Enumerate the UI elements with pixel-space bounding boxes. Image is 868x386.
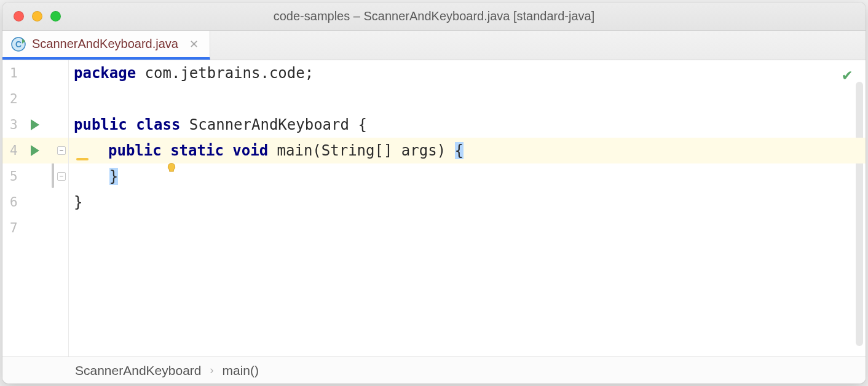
titlebar: code-samples – ScannerAndKeyboard.java [… [2,2,866,31]
scrollbar[interactable] [856,82,863,346]
intention-bulb-icon[interactable] [76,144,89,156]
code-line-5[interactable]: } [69,163,866,189]
close-tab-icon[interactable]: ✕ [189,37,199,51]
gutter-line[interactable]: 2 [2,86,68,112]
ide-window: code-samples – ScannerAndKeyboard.java [… [2,2,866,384]
fold-end-icon[interactable]: − [57,172,66,181]
intention-bulb-base [76,158,89,160]
breadcrumb-method[interactable]: main() [222,363,259,378]
gutter-line[interactable]: 5− [2,163,68,189]
code-line-6[interactable]: } [69,189,866,215]
gutter-line[interactable]: 3 [2,112,68,138]
breadcrumb-class[interactable]: ScannerAndKeyboard [75,363,201,378]
editor-tab[interactable]: C ScannerAndKeyboard.java ✕ [2,31,210,60]
zoom-window-button[interactable] [50,11,61,22]
code-line-4[interactable]: public static void main(String[] args) { [69,138,866,163]
breadcrumb-bar: ScannerAndKeyboard › main() [2,356,866,384]
tabs-bar: C ScannerAndKeyboard.java ✕ [2,31,866,60]
code-line-7[interactable] [69,215,866,241]
inspection-ok-icon[interactable]: ✔ [842,65,852,84]
fold-collapse-icon[interactable]: − [57,146,66,155]
traffic-lights [14,11,61,22]
gutter: 1 2 3 4− 5− 6 7 [2,60,69,356]
editor[interactable]: 1 2 3 4− 5− 6 7 ✔ package com.jetbrains.… [2,60,866,356]
minimize-window-button[interactable] [32,11,42,22]
code-line-2[interactable] [69,86,866,112]
tab-filename: ScannerAndKeyboard.java [32,37,178,51]
chevron-right-icon: › [210,364,213,377]
svg-text:C: C [15,39,22,49]
window-title: code-samples – ScannerAndKeyboard.java [… [2,9,866,23]
run-class-icon[interactable] [31,119,39,130]
gutter-line[interactable]: 7 [2,215,68,241]
java-class-file-icon: C [11,37,26,52]
close-window-button[interactable] [14,11,24,22]
gutter-line[interactable]: 1 [2,60,68,86]
code-line-1[interactable]: package com.jetbrains.code; [69,60,866,86]
code-line-3[interactable]: public class ScannerAndKeyboard { [69,112,866,138]
code-area[interactable]: ✔ package com.jetbrains.code; public cla… [69,60,866,356]
gutter-line[interactable]: 6 [2,189,68,215]
run-main-icon[interactable] [31,145,39,156]
gutter-line[interactable]: 4− [2,138,68,163]
